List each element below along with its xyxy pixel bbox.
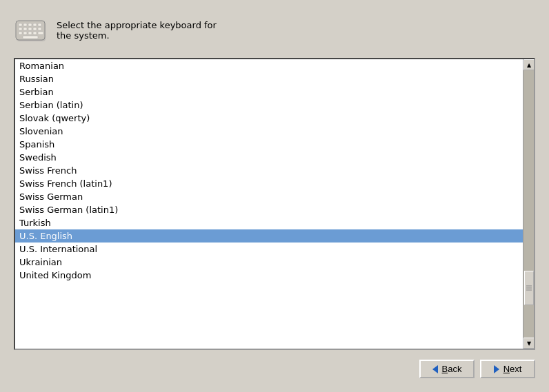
list-item[interactable]: Slovak (qwerty)	[15, 112, 523, 125]
list-item[interactable]: Spanish	[15, 138, 523, 151]
list-item[interactable]: Serbian (latin)	[15, 99, 523, 112]
svg-rect-8	[23, 28, 27, 30]
list-item[interactable]: United Kingdom	[15, 269, 523, 282]
next-label: Next	[503, 364, 522, 374]
next-arrow-icon	[494, 365, 499, 373]
scrollbar: ▲ ▼	[523, 59, 534, 349]
svg-rect-4	[28, 23, 32, 26]
svg-rect-9	[28, 28, 32, 30]
list-item[interactable]: Romanian	[15, 59, 523, 72]
list-item[interactable]: U.S. English	[15, 229, 523, 243]
svg-rect-7	[19, 28, 22, 30]
keyboard-selection-window: Select the appropriate keyboard for the …	[0, 0, 549, 392]
scrollbar-track[interactable]	[523, 70, 534, 338]
svg-rect-16	[38, 32, 43, 34]
list-item[interactable]: Swiss German (latin1)	[15, 203, 523, 216]
keyboard-list-container: RomanianRussianSerbianSerbian (latin)Slo…	[14, 58, 535, 350]
back-button[interactable]: Back	[419, 360, 475, 378]
svg-rect-12	[19, 32, 22, 34]
list-item[interactable]: Swiss German	[15, 190, 523, 203]
scroll-up-button[interactable]: ▲	[523, 59, 535, 70]
svg-rect-14	[28, 32, 32, 34]
keyboard-icon	[14, 14, 47, 47]
svg-rect-17	[23, 36, 38, 39]
scroll-down-button[interactable]: ▼	[523, 338, 535, 349]
svg-rect-13	[23, 32, 27, 34]
list-item[interactable]: U.S. International	[15, 243, 523, 256]
back-label: Back	[442, 364, 462, 374]
keyboard-list-scroll[interactable]: RomanianRussianSerbianSerbian (latin)Slo…	[15, 59, 523, 349]
svg-rect-3	[23, 23, 27, 26]
list-item[interactable]: Russian	[15, 72, 523, 85]
footer: Back Next	[14, 360, 535, 378]
scrollbar-thumb[interactable]	[524, 271, 534, 305]
svg-rect-5	[33, 23, 37, 26]
list-item[interactable]: Swiss French	[15, 164, 523, 177]
svg-rect-6	[38, 23, 41, 26]
header-text: Select the appropriate keyboard for the …	[57, 20, 217, 41]
svg-rect-2	[19, 23, 22, 26]
list-item[interactable]: Ukrainian	[15, 256, 523, 269]
back-arrow-icon	[432, 365, 438, 373]
list-item[interactable]: Swiss French (latin1)	[15, 177, 523, 190]
svg-rect-10	[33, 28, 37, 30]
svg-rect-11	[38, 28, 41, 30]
next-button[interactable]: Next	[480, 360, 535, 378]
list-item[interactable]: Swedish	[15, 151, 523, 164]
list-item[interactable]: Slovenian	[15, 125, 523, 138]
list-item[interactable]: Turkish	[15, 216, 523, 229]
header: Select the appropriate keyboard for the …	[14, 14, 535, 47]
list-item[interactable]: Serbian	[15, 85, 523, 99]
svg-rect-15	[33, 32, 37, 34]
